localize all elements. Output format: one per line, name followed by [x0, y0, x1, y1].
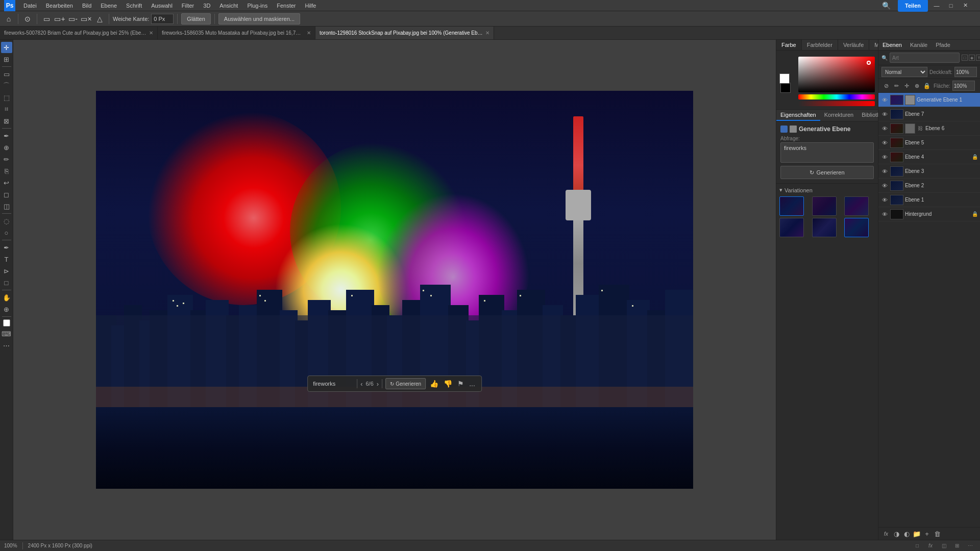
delete-layer-button[interactable]: 🗑: [933, 529, 942, 538]
color-hue-slider[interactable]: [798, 94, 875, 99]
tab-kanaele[interactable]: Kanäle: [906, 40, 932, 50]
filter-adjust-icon[interactable]: ◈: [969, 55, 975, 61]
lasso-poly-icon[interactable]: △: [94, 13, 105, 24]
layer-ebene-3[interactable]: 👁 Ebene 3: [878, 164, 980, 179]
variation-6[interactable]: [844, 218, 869, 237]
fx-button[interactable]: fx: [881, 529, 891, 538]
object-select-tool[interactable]: ⬚: [1, 92, 12, 103]
layer-ebene-7[interactable]: 👁 Ebene 7: [878, 107, 980, 121]
layer-vis-1[interactable]: 👁: [880, 196, 889, 204]
dodge-tool[interactable]: ○: [1, 227, 12, 238]
layers-search-input[interactable]: [890, 53, 960, 63]
zoom-tool[interactable]: ⊕: [1, 304, 12, 315]
layer-ebene-2[interactable]: 👁 Ebene 2: [878, 179, 980, 193]
variation-2[interactable]: [812, 196, 837, 216]
menu-bearbeiten[interactable]: Bearbeiten: [42, 2, 77, 10]
lasso-tool-icon[interactable]: ⊙: [22, 13, 33, 24]
gen-generate-button[interactable]: ↻ Generieren: [385, 378, 426, 389]
auswaehlen-maskieren-button[interactable]: Auswählen und maskieren...: [218, 13, 300, 24]
filter-pixel-icon[interactable]: □: [962, 55, 968, 61]
gen-prev-button[interactable]: ‹: [360, 380, 362, 388]
path-select-tool[interactable]: ⊳: [1, 265, 12, 277]
tab-muster[interactable]: Muster: [869, 40, 878, 50]
menu-fenster[interactable]: Fenster: [273, 2, 300, 10]
layer-ebene-1[interactable]: 👁 Ebene 1: [878, 193, 980, 207]
tab-farbe[interactable]: Farbe: [776, 40, 802, 50]
tab-ebenen[interactable]: Ebenen: [878, 40, 906, 50]
marquee-tool[interactable]: ▭: [1, 68, 12, 80]
layer-vis-2[interactable]: 👁: [880, 182, 889, 190]
pen-tool[interactable]: ✒: [1, 242, 12, 253]
variation-4[interactable]: [779, 218, 804, 237]
color-gradient-picker[interactable]: [798, 57, 875, 92]
close-icon[interactable]: ✕: [960, 0, 971, 11]
menu-bild[interactable]: Bild: [78, 2, 95, 10]
frame-tool[interactable]: ⊠: [1, 115, 12, 127]
blend-mode-select[interactable]: Normal Multiplizieren Bildschirm Überlag…: [881, 67, 927, 77]
lock-artboard-btn[interactable]: ⊕: [912, 81, 921, 90]
layer-ebene-5[interactable]: 👁 Ebene 5: [878, 136, 980, 150]
move-tool[interactable]: ✛: [1, 42, 12, 53]
lock-position-btn[interactable]: ✛: [902, 81, 911, 90]
rect-select-icon[interactable]: ▭: [41, 13, 52, 24]
generate-button[interactable]: ↻ Generieren: [780, 166, 874, 179]
home-icon[interactable]: ⌂: [3, 13, 14, 24]
filter-type-icon[interactable]: T: [976, 55, 980, 61]
tab-korrekturen[interactable]: Korrekturen: [820, 110, 857, 121]
tab-pfade[interactable]: Pfade: [932, 40, 954, 50]
color-opacity-slider[interactable]: [798, 101, 875, 106]
gen-thumbsup-button[interactable]: 👍: [429, 379, 439, 389]
tab-verlaeufe[interactable]: Verläufe: [838, 40, 869, 50]
lasso-tool[interactable]: ⌒: [1, 80, 12, 91]
crop-tool[interactable]: ⌗: [1, 104, 12, 115]
layer-vis-5[interactable]: 👁: [880, 139, 889, 147]
menu-ansicht[interactable]: Ansicht: [215, 2, 242, 10]
layer-vis-6[interactable]: 👁: [880, 124, 889, 133]
tab-2[interactable]: fireworks-1586035 Muto Masataka auf Pixa…: [158, 27, 315, 40]
layer-vis-7[interactable]: 👁: [880, 110, 889, 118]
variation-3[interactable]: [844, 196, 869, 216]
gradient-tool[interactable]: ◫: [1, 201, 12, 212]
gen-next-button[interactable]: ›: [377, 380, 379, 388]
blur-tool[interactable]: ◌: [1, 215, 12, 227]
tab-3[interactable]: toronto-1298016 StockSnap auf Pixabay.jp…: [315, 27, 494, 40]
new-group-button[interactable]: 📁: [912, 529, 921, 538]
deckkraft-input[interactable]: [954, 67, 977, 77]
menu-3d[interactable]: 3D: [199, 2, 214, 10]
menu-hilfe[interactable]: Hilfe: [301, 2, 320, 10]
new-fill-layer-button[interactable]: ◐: [902, 529, 911, 538]
lock-transparent-btn[interactable]: ⊘: [881, 81, 891, 90]
shape-tool[interactable]: □: [1, 277, 12, 288]
tab-close-3[interactable]: ✕: [485, 30, 489, 36]
layer-vis-bg[interactable]: 👁: [880, 210, 889, 218]
clone-stamp-tool[interactable]: ⎘: [1, 165, 12, 177]
hand-tool[interactable]: ✋: [1, 292, 12, 303]
add-mask-button[interactable]: ◑: [892, 529, 901, 538]
layer-vis-gen1[interactable]: 👁: [880, 96, 889, 104]
eyedropper-tool[interactable]: ✒: [1, 130, 12, 141]
new-layer-button[interactable]: +: [922, 529, 932, 538]
tab-eigenschaften[interactable]: Eigenschaften: [776, 110, 820, 121]
tab-bibliotheken[interactable]: Bibliotheken: [857, 110, 878, 121]
spot-heal-tool[interactable]: ⊕: [1, 142, 12, 153]
subtract-select-icon[interactable]: ▭-: [67, 13, 79, 24]
weiche-kanten-input[interactable]: [151, 14, 174, 24]
menu-datei[interactable]: Datei: [19, 2, 41, 10]
background-swatch[interactable]: [780, 83, 791, 93]
menu-ebene[interactable]: Ebene: [96, 2, 121, 10]
lock-pixels-btn[interactable]: ✏: [892, 81, 901, 90]
text-tool[interactable]: T: [1, 254, 12, 265]
tab-farbfelder[interactable]: Farbfelder: [802, 40, 838, 50]
eraser-tool[interactable]: ◻: [1, 189, 12, 200]
variation-1[interactable]: [779, 196, 804, 216]
intersect-select-icon[interactable]: ▭×: [81, 13, 92, 24]
layer-ebene-4[interactable]: 👁 Ebene 4 🔒: [878, 150, 980, 164]
gen-thumbsdown-button[interactable]: 👎: [443, 379, 453, 389]
menu-plugins[interactable]: Plug-ins: [243, 2, 272, 10]
lock-all-btn[interactable]: 🔒: [922, 81, 932, 90]
gen-fill-tool[interactable]: ⌨: [1, 328, 12, 339]
layer-vis-4[interactable]: 👁: [880, 153, 889, 161]
context-task-space[interactable]: ⋯: [1, 340, 12, 351]
foreground-swatch[interactable]: [779, 73, 790, 84]
artboard-tool[interactable]: ⊞: [1, 54, 12, 65]
